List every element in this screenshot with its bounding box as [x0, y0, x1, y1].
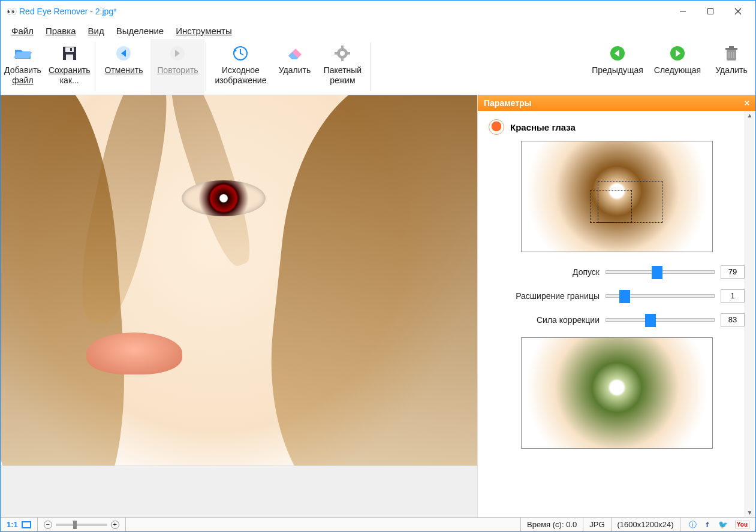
- delete-button[interactable]: Удалить: [273, 39, 315, 95]
- app-icon: 👀: [7, 7, 16, 16]
- svg-rect-16: [347, 52, 350, 55]
- strength-slider[interactable]: [606, 318, 715, 322]
- image-placeholder: [1, 95, 477, 466]
- dimensions-cell: (1600x1200x24): [612, 518, 680, 531]
- scroll-down-icon[interactable]: ▼: [747, 509, 753, 516]
- section-label: Красные глаза: [510, 122, 576, 132]
- redo-button[interactable]: Повторить: [150, 39, 204, 95]
- svg-rect-13: [341, 46, 344, 49]
- panel-title: Параметры: [484, 98, 532, 108]
- border-label: Расширение границы: [489, 291, 600, 301]
- facebook-icon[interactable]: f: [704, 520, 711, 529]
- menubar: Файл Правка Вид Выделение Инструменты: [1, 22, 755, 39]
- fit-window-icon[interactable]: [22, 521, 31, 528]
- original-image-button[interactable]: Исходноеизображение: [207, 39, 273, 95]
- svg-rect-21: [729, 46, 734, 48]
- preview-after[interactable]: [521, 337, 713, 449]
- toolbar: Добавитьфайл Сохранитькак... Отменить По…: [1, 39, 755, 95]
- folder-open-icon: [13, 44, 32, 63]
- tolerance-slider[interactable]: [606, 270, 715, 274]
- strength-row: Сила коррекции 83: [489, 313, 745, 327]
- trash-icon: [722, 44, 741, 63]
- main-area: Параметры × Красные глаза Допуск 79 Расш…: [1, 95, 755, 517]
- add-file-button[interactable]: Добавитьфайл: [1, 39, 45, 95]
- zoom-ratio-label: 1:1: [7, 520, 18, 529]
- tolerance-value[interactable]: 79: [721, 265, 745, 279]
- batch-mode-button[interactable]: Пакетныйрежим: [315, 39, 369, 95]
- remove-button[interactable]: Удалить: [707, 39, 755, 95]
- svg-rect-7: [70, 48, 72, 51]
- tolerance-row: Допуск 79: [489, 265, 745, 279]
- window-title: Red Eye Remover - 2.jpg*: [19, 7, 669, 16]
- zoom-slider-cell: − +: [38, 518, 126, 531]
- svg-rect-5: [65, 47, 74, 52]
- strength-label: Сила коррекции: [489, 315, 600, 325]
- parameters-panel: Параметры × Красные глаза Допуск 79 Расш…: [477, 95, 755, 517]
- gear-icon: [333, 44, 352, 63]
- svg-rect-6: [66, 55, 73, 60]
- svg-point-12: [340, 51, 345, 56]
- menu-view[interactable]: Вид: [83, 25, 109, 37]
- menu-selection[interactable]: Выделение: [112, 25, 168, 37]
- time-cell: Время (с): 0.0: [521, 518, 583, 531]
- menu-tools[interactable]: Инструменты: [171, 25, 237, 37]
- thumbnail-strip: [1, 466, 477, 517]
- titlebar: 👀 Red Eye Remover - 2.jpg*: [1, 1, 755, 22]
- border-slider[interactable]: [606, 294, 715, 298]
- panel-scrollbar[interactable]: ▲ ▼: [745, 111, 754, 517]
- panel-header: Параметры ×: [478, 95, 755, 111]
- next-button[interactable]: Следующая: [647, 39, 707, 95]
- canvas-area: [1, 95, 477, 517]
- svg-rect-20: [725, 48, 737, 50]
- panel-close-button[interactable]: ×: [745, 98, 749, 108]
- arrow-right-icon: [168, 44, 187, 63]
- zoom-slider[interactable]: [56, 524, 107, 526]
- scroll-up-icon[interactable]: ▲: [747, 112, 753, 119]
- previous-button[interactable]: Предыдущая: [588, 39, 647, 95]
- zoom-in-button[interactable]: +: [111, 521, 119, 529]
- panel-body: Красные глаза Допуск 79 Расширение грани…: [478, 111, 755, 517]
- tolerance-label: Допуск: [489, 267, 600, 277]
- preview-before[interactable]: [521, 141, 713, 252]
- save-as-button[interactable]: Сохранитькак...: [45, 39, 94, 95]
- border-row: Расширение границы 1: [489, 289, 745, 303]
- eraser-icon: [285, 44, 304, 63]
- svg-rect-1: [708, 9, 713, 14]
- minimize-button[interactable]: [669, 2, 697, 20]
- image-view[interactable]: [1, 95, 477, 466]
- red-eye-icon: [489, 119, 504, 135]
- menu-edit[interactable]: Правка: [41, 25, 81, 37]
- next-icon: [668, 44, 687, 63]
- twitter-icon[interactable]: 🐦: [716, 520, 730, 529]
- section-red-eye: Красные глаза: [489, 119, 745, 135]
- border-value[interactable]: 1: [721, 289, 745, 303]
- zoom-out-button[interactable]: −: [44, 521, 52, 529]
- format-cell: JPG: [583, 518, 611, 531]
- save-icon: [60, 44, 79, 63]
- history-icon: [231, 44, 250, 63]
- close-button[interactable]: [724, 2, 752, 20]
- prev-icon: [608, 44, 627, 63]
- maximize-button[interactable]: [697, 2, 724, 20]
- menu-file[interactable]: Файл: [7, 25, 38, 37]
- zoom-ratio-cell[interactable]: 1:1: [1, 518, 38, 531]
- youtube-icon[interactable]: You: [735, 521, 749, 528]
- statusbar: 1:1 − + Время (с): 0.0 JPG (1600x1200x24…: [1, 517, 755, 531]
- arrow-left-icon: [114, 44, 133, 63]
- svg-rect-14: [341, 58, 344, 61]
- undo-button[interactable]: Отменить: [97, 39, 150, 95]
- strength-value[interactable]: 83: [721, 313, 745, 327]
- info-icon[interactable]: ⓘ: [686, 519, 699, 530]
- svg-rect-15: [335, 52, 338, 55]
- social-cell: ⓘ f 🐦 You: [680, 518, 756, 531]
